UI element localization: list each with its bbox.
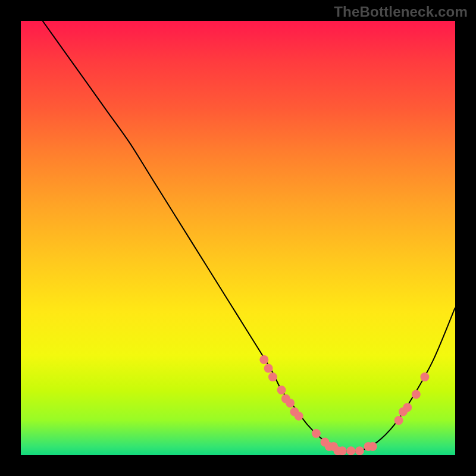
highlight-dot: [338, 446, 347, 455]
highlight-dot: [268, 372, 277, 381]
curve-overlay: [21, 21, 455, 455]
highlight-dot: [346, 446, 355, 455]
main-curve: [43, 21, 456, 452]
highlight-dot: [277, 386, 286, 394]
chart-container: TheBottleneck.com: [0, 0, 476, 476]
highlight-dots: [259, 355, 429, 455]
highlight-dot: [259, 355, 268, 364]
highlight-dot: [420, 372, 429, 381]
highlight-dot: [312, 429, 321, 438]
highlight-dot: [295, 412, 303, 421]
watermark-text: TheBottleneck.com: [334, 4, 468, 20]
highlight-dot: [264, 364, 273, 373]
highlight-dot: [412, 390, 421, 399]
highlight-dot: [394, 416, 403, 425]
highlight-dot: [286, 399, 295, 408]
highlight-dot: [368, 442, 377, 451]
highlight-dot: [403, 403, 412, 412]
highlight-dot: [355, 446, 364, 455]
